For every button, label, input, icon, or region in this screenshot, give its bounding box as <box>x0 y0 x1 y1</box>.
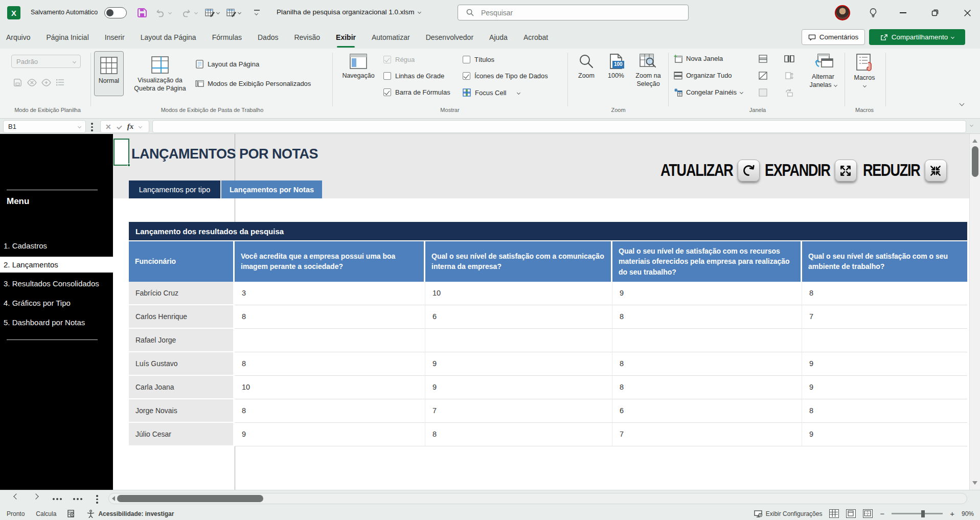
status-accessibility[interactable]: Acessibilidade: investigar <box>98 510 174 517</box>
comments-button[interactable]: Comentários <box>802 29 865 45</box>
enter-formula-icon[interactable] <box>117 124 122 129</box>
sidebar-item-dashboard[interactable]: 5. Dashboard por Notas <box>0 314 113 330</box>
undo-dropdown-icon[interactable] <box>169 11 171 14</box>
normal-view-button[interactable]: Normal <box>94 51 124 96</box>
tab-inserir[interactable]: Inserir <box>104 33 126 41</box>
zoom-out-icon[interactable]: − <box>880 509 884 518</box>
score-cell[interactable]: 8 <box>612 305 802 329</box>
vertical-scroll-thumb[interactable] <box>972 146 978 177</box>
score-cell[interactable]: 9 <box>802 423 967 446</box>
employee-name[interactable]: Júlio Cesar <box>129 423 235 446</box>
score-cell[interactable]: 7 <box>425 399 612 423</box>
tab-acrobat[interactable]: Acrobat <box>522 33 549 41</box>
sheet-overflow-right-icon[interactable] <box>73 498 82 500</box>
page-break-preview-button[interactable]: Visualização da Quebra de Página <box>127 51 193 96</box>
redo-icon[interactable] <box>180 7 192 19</box>
page-break-status-icon[interactable] <box>863 509 873 518</box>
freeze-panes-button[interactable]: Congelar Painéis <box>674 88 743 97</box>
checkbox-gridlines[interactable]: Linhas de Grade <box>383 72 444 80</box>
undo-icon[interactable] <box>154 7 167 19</box>
checkbox-data-type-icons[interactable]: Ícones de Tipo de Dados <box>463 72 548 80</box>
quick-access-dropdown-icon[interactable] <box>217 11 219 14</box>
zoom-in-icon[interactable]: + <box>950 509 954 518</box>
sheet-view-options-icon[interactable] <box>55 77 65 87</box>
score-cell[interactable] <box>612 329 802 352</box>
employee-name[interactable]: Fabrício Cruz <box>129 282 235 305</box>
arrange-all-button[interactable]: Organizar Tudo <box>674 71 732 80</box>
score-cell[interactable]: 9 <box>235 423 425 446</box>
score-cell[interactable] <box>425 329 612 352</box>
zoom-slider-thumb[interactable] <box>921 510 925 517</box>
score-cell[interactable] <box>802 329 967 352</box>
custom-views-button[interactable]: Modos de Exibição Personalizados <box>195 79 311 88</box>
sheet-overflow-left-icon[interactable] <box>53 498 62 500</box>
score-cell[interactable]: 9 <box>612 282 802 305</box>
score-cell[interactable]: 7 <box>802 305 967 329</box>
checkbox-headings[interactable]: Títulos <box>463 56 494 63</box>
synchronous-scrolling-icon[interactable] <box>784 71 794 81</box>
new-sheet-view-icon[interactable] <box>41 77 51 87</box>
reduzir-button[interactable]: REDUZIR <box>863 160 947 182</box>
score-cell[interactable]: 10 <box>425 282 612 305</box>
display-settings-button[interactable]: Exibir Configurações <box>754 510 823 517</box>
macro-record-icon[interactable] <box>67 510 76 517</box>
save-sheet-view-icon[interactable] <box>12 77 22 87</box>
score-cell[interactable]: 3 <box>235 282 425 305</box>
redo-dropdown-icon[interactable] <box>195 11 197 14</box>
tab-revisao[interactable]: Revisão <box>293 33 321 41</box>
split-icon[interactable] <box>758 54 768 64</box>
score-cell[interactable]: 9 <box>802 376 967 399</box>
vertical-scrollbar[interactable] <box>969 134 980 490</box>
cancel-formula-icon[interactable]: ✕ <box>105 123 111 131</box>
avatar[interactable] <box>835 5 850 20</box>
switch-windows-button[interactable]: Alternar Janelas <box>804 53 842 89</box>
unhide-window-icon[interactable] <box>758 87 768 98</box>
focus-cell-button[interactable]: Focus Cell <box>463 88 520 97</box>
close-button[interactable] <box>960 6 974 19</box>
formula-input[interactable] <box>152 120 966 133</box>
restore-button[interactable] <box>928 6 942 19</box>
collapse-ribbon-icon[interactable] <box>960 102 964 105</box>
tab-desenvolvedor[interactable]: Desenvolvedor <box>425 33 474 41</box>
quick-access-dropdown-icon-2[interactable] <box>238 11 241 14</box>
score-cell[interactable]: 8 <box>235 305 425 329</box>
score-cell[interactable]: 6 <box>612 399 802 423</box>
zoom-100-button[interactable]: 100 100% <box>602 53 630 80</box>
next-sheet-icon[interactable] <box>34 494 38 499</box>
quick-access-table-tool-icon-2[interactable] <box>225 7 237 19</box>
score-cell[interactable]: 8 <box>612 376 802 399</box>
zoom-slider[interactable] <box>892 513 943 514</box>
tab-dados[interactable]: Dados <box>257 33 279 41</box>
view-side-by-side-icon[interactable] <box>784 54 794 64</box>
checkbox-ruler[interactable]: Régua <box>383 56 415 63</box>
score-cell[interactable]: 8 <box>802 399 967 423</box>
normal-view-status-icon[interactable] <box>829 509 839 518</box>
horizontal-scroll-thumb[interactable] <box>117 495 263 502</box>
scroll-up-icon[interactable] <box>972 138 977 143</box>
sidebar-item-cadastros[interactable]: 1. Cadastros <box>0 238 113 254</box>
score-cell[interactable]: 6 <box>425 305 612 329</box>
sidebar-item-graficos[interactable]: 4. Gráficos por Tipo <box>0 295 113 311</box>
name-box[interactable]: B1 <box>3 120 86 133</box>
scroll-down-icon[interactable] <box>972 481 977 486</box>
employee-name[interactable]: Luís Gustavo <box>129 352 235 376</box>
tab-lancamentos-por-tipo[interactable]: Lançamentos por tipo <box>129 180 220 198</box>
insert-function-icon[interactable]: fx <box>127 122 134 131</box>
tab-ajuda[interactable]: Ajuda <box>488 33 509 41</box>
exit-sheet-view-icon[interactable] <box>27 77 37 87</box>
expand-formula-bar-icon[interactable] <box>970 124 973 126</box>
score-cell[interactable]: 9 <box>802 352 967 376</box>
lightbulb-icon[interactable] <box>866 6 880 19</box>
score-cell[interactable]: 8 <box>802 282 967 305</box>
tab-formulas[interactable]: Fórmulas <box>211 33 243 41</box>
autosave-toggle[interactable] <box>104 7 127 18</box>
customize-quick-access-icon[interactable] <box>254 10 260 15</box>
tab-strip-resize-handle[interactable] <box>96 495 98 504</box>
zoom-to-selection-button[interactable]: Zoom na Seleção <box>630 53 667 88</box>
hide-window-icon[interactable] <box>758 71 768 81</box>
document-title[interactable]: Planilha de pesquisa organizacional 1.0.… <box>277 8 421 16</box>
page-layout-button[interactable]: Layout da Página <box>195 60 259 69</box>
score-cell[interactable]: 8 <box>235 352 425 376</box>
score-cell[interactable]: 8 <box>612 352 802 376</box>
tab-pagina-inicial[interactable]: Página Inicial <box>45 33 89 41</box>
